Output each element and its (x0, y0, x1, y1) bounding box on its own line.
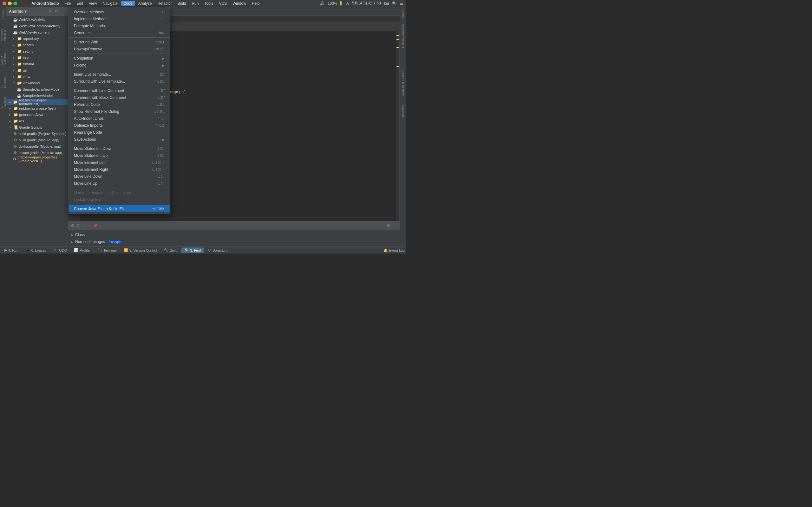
expand-all-icon[interactable]: ⤢ (83, 224, 86, 228)
menu-surround-with[interactable]: Surround With... ⌥⌘T (69, 39, 170, 46)
tree-gradle-wrapper[interactable]: ⚙ gradle-wrapper.properties (Gradle Vers… (6, 156, 68, 162)
maximize-button[interactable] (13, 2, 17, 5)
tab-terminal[interactable]: ⬛ Terminal (95, 247, 120, 253)
menu-icon[interactable]: ☰ (400, 1, 403, 6)
structure-icon[interactable]: 2: Structure (1, 75, 6, 88)
menu-tools[interactable]: Tools (202, 1, 216, 6)
menu-file[interactable]: File (62, 1, 73, 6)
menu-comment-block[interactable]: Comment with Block Comment ⌥⌘/ (69, 94, 170, 101)
minimize-button[interactable] (8, 2, 12, 5)
menu-reformat-code[interactable]: Reformat Code ⌥⌘L (69, 101, 170, 108)
menu-folding[interactable]: Folding ▶ (69, 62, 170, 69)
project-icon[interactable]: 1: Project (1, 8, 6, 21)
scroll-gutter[interactable] (396, 31, 400, 221)
menu-show-reformat-dialog[interactable]: Show Reformat File Dialog ⌥⇧⌘L (69, 108, 170, 115)
menu-move-line-up[interactable]: Move Line Up ⌥⇧↑ (69, 180, 170, 187)
bottom-class-item[interactable]: ▶ Class (71, 232, 397, 238)
tree-test[interactable]: ▶ 📁 red.torch.synapse (test) (6, 105, 68, 112)
settings-icon[interactable]: ⚙ (54, 9, 59, 14)
menu-build[interactable]: Build (175, 1, 189, 6)
tree-webviewcommonactivity[interactable]: ☕ WebViewCommonActivity (6, 23, 68, 29)
menu-edit[interactable]: Edit (74, 1, 86, 6)
apple-menu[interactable]:  (20, 0, 27, 7)
settings-icon[interactable]: ⚙ (71, 223, 74, 228)
pin-icon[interactable]: 📌 (93, 224, 97, 228)
menu-convert-java-kotlin[interactable]: Convert Java File to Kotlin File ⌥⇧⌘K (69, 205, 170, 212)
menu-optimize-imports[interactable]: Optimize Imports ⌃⌥O (69, 122, 170, 129)
tree-sampleviewmodel[interactable]: ☕ SampleViewModel (6, 93, 68, 99)
menu-delegate-methods[interactable]: Delegate Methods... (69, 22, 170, 30)
menu-help[interactable]: Help (249, 1, 262, 6)
menu-code[interactable]: Code (121, 1, 135, 6)
menu-unwrap-remove[interactable]: Unwrap/Remove... ⇧⌘⌫ (69, 46, 170, 53)
collapse-all-icon[interactable]: ⤡ (88, 224, 91, 228)
tree-view[interactable]: ▶ 📁 view (6, 73, 68, 80)
tree-task[interactable]: ▶ 📁 task (6, 55, 68, 61)
tree-webviewfragment[interactable]: ☕ WebViewFragment (6, 29, 68, 36)
tab-logcat[interactable]: 📱 6: Logcat (22, 247, 49, 253)
menu-move-line-down[interactable]: Move Line Down ⌥⇧↓ (69, 173, 170, 180)
menu-save-actions[interactable]: Save Actions ▶ (69, 136, 170, 143)
tab-sonarlint[interactable]: 🛡 SonarLint (205, 248, 231, 253)
tab-todo[interactable]: ☑ TODO (49, 247, 70, 253)
volume-icon[interactable]: 🔊 (320, 1, 324, 6)
tree-androidtest[interactable]: ▶ 📁 red.torch.synapse (androidTest) (6, 99, 68, 105)
resource-manager-icon[interactable]: Resource Manager (1, 29, 6, 41)
tree-build-gradle-app[interactable]: ⚙ build.gradle (Module: app) (6, 137, 68, 143)
tab-profiler[interactable]: 📊 Profiler (71, 247, 94, 253)
filter-icon[interactable]: ⊟ (77, 223, 81, 228)
layout-captures-icon[interactable]: Layout Captures (1, 52, 6, 65)
panel-settings-icon[interactable]: ⚙ (387, 223, 391, 228)
menu-move-element-left[interactable]: Move Element Left ⌥⇧⌘← (69, 159, 170, 166)
tree-jacoco-gradle[interactable]: ⚙ jacoco.gradle (Module: app) (6, 150, 68, 156)
menu-refactor[interactable]: Refactor (155, 1, 174, 6)
tab-run[interactable]: ▶ 4: Run (1, 247, 21, 253)
menu-generate[interactable]: Generate... ⌘N (69, 30, 170, 37)
tree-util[interactable]: ▶ 📁 util (6, 67, 68, 73)
menu-comment-line[interactable]: Comment with Line Comment ⌘/ (69, 87, 170, 94)
resource-manager-tab[interactable]: Resource Manager (401, 22, 405, 49)
coverage-tab[interactable]: Coverage (401, 104, 405, 119)
menu-navigate[interactable]: Navigate (100, 1, 120, 6)
panel-close-icon[interactable]: — (393, 223, 397, 228)
tab-build[interactable]: 🔨 Build (161, 247, 181, 253)
scope-icon[interactable]: ⊕ (48, 9, 53, 14)
menu-auto-indent[interactable]: Auto-Indent Lines ⌃⌥I (69, 115, 170, 122)
tree-res[interactable]: ▶ 📁 res (6, 118, 68, 124)
menu-insert-live-template[interactable]: Insert Live Template... ⌘J (69, 71, 170, 78)
menu-vcs[interactable]: VCS (216, 1, 229, 6)
menu-move-statement-down[interactable]: Move Statement Down ⇧⌘↓ (69, 145, 170, 152)
tree-dokka-gradle[interactable]: ⚙ dokka.gradle (Module: app) (6, 143, 68, 150)
menu-window[interactable]: Window (230, 1, 249, 6)
tree-generatedjava[interactable]: ▶ 📁 generatedJava (6, 112, 68, 118)
tree-tutorial[interactable]: ▶ 📁 tutorial (6, 61, 68, 67)
favorites-icon[interactable]: 5: Favorites (1, 96, 6, 108)
menu-move-statement-up[interactable]: Move Statement Up ⇧⌘↑ (69, 152, 170, 159)
gradle-tab[interactable]: Gradle (401, 8, 405, 19)
menu-surround-live-template[interactable]: Surround with Live Template... ⌥⌘J (69, 78, 170, 85)
tab-find[interactable]: 🔍 3: Find (182, 247, 204, 253)
search-icon[interactable]: 🔍 (392, 1, 397, 6)
menu-move-element-right[interactable]: Move Element Right ⌥⇧⌘→ (69, 166, 170, 173)
menu-view[interactable]: View (86, 1, 100, 6)
bottom-noncode-item[interactable]: ▶ Non-code usages 2 usages (71, 239, 397, 245)
tree-samplejavaviewmodel[interactable]: ☕ SampleJavaViewModel (6, 86, 68, 93)
tree-search[interactable]: ▶ 📁 search (6, 42, 68, 48)
app-name[interactable]: Android Studio (29, 1, 61, 6)
tree-repository[interactable]: ▶ 📁 repository (6, 36, 68, 42)
tree-build-gradle-project[interactable]: ⚙ build.gradle (Project: Synapse) (6, 130, 68, 137)
menu-run[interactable]: Run (189, 1, 201, 6)
tree-setting[interactable]: ▶ 📁 setting (6, 48, 68, 55)
android-dropdown[interactable]: Android ▾ (9, 9, 26, 14)
tree-viewmodel[interactable]: ▼ 📂 viewmodel (6, 80, 68, 86)
menu-implement-methods[interactable]: Implement Methods... ⌃I (69, 15, 170, 22)
tree-gradle-scripts[interactable]: ▼ 📜 Gradle Scripts (6, 124, 68, 130)
event-log-tab[interactable]: 🔔 Event Log (384, 248, 405, 252)
input-method[interactable]: A (346, 1, 349, 6)
menu-completion[interactable]: Completion ▶ (69, 55, 170, 62)
menu-analyze[interactable]: Analyze (136, 1, 154, 6)
menu-rearrange-code[interactable]: Rearrange Code (69, 129, 170, 136)
close-button[interactable] (3, 2, 6, 5)
device-file-explorer-tab[interactable]: Device File Explorer (401, 69, 405, 97)
tree-webviewactivity[interactable]: ☕ WebViewActivity (6, 16, 68, 23)
